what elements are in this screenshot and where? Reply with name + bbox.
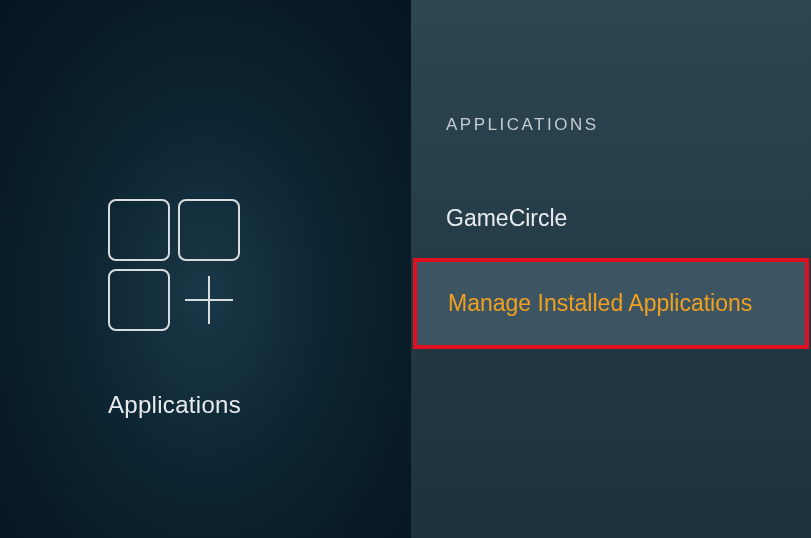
app-tile-icon — [108, 269, 170, 331]
plus-icon — [178, 269, 240, 331]
menu-item-gamecircle[interactable]: GameCircle — [411, 183, 811, 254]
applications-icon — [108, 199, 240, 331]
left-panel: Applications — [0, 0, 411, 538]
app-tile-icon — [178, 199, 240, 261]
category-label: Applications — [108, 391, 241, 419]
menu-item-manage-installed-applications[interactable]: Manage Installed Applications — [413, 258, 809, 349]
app-tile-icon — [108, 199, 170, 261]
right-panel: APPLICATIONS GameCircle Manage Installed… — [411, 0, 811, 538]
section-header: APPLICATIONS — [411, 115, 811, 135]
